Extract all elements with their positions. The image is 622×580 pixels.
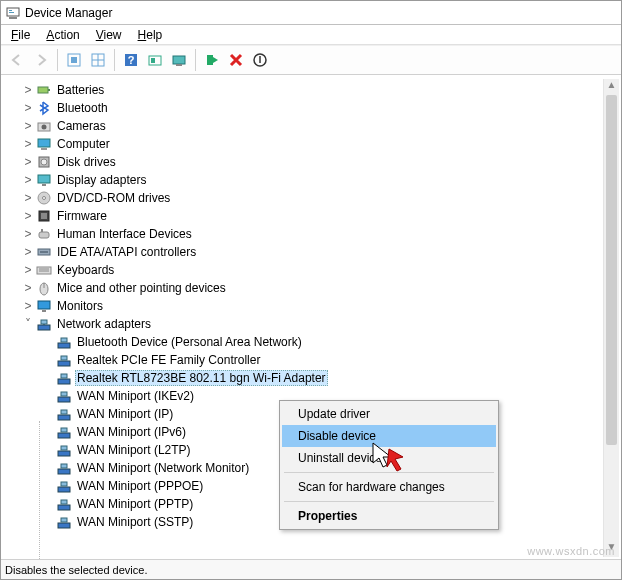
menu-file[interactable]: File: [3, 26, 38, 44]
svg-rect-49: [58, 379, 70, 384]
tree-category[interactable]: >Monitors: [21, 297, 621, 315]
menu-action[interactable]: Action: [38, 26, 87, 44]
expand-icon[interactable]: >: [21, 281, 35, 295]
expand-icon[interactable]: >: [21, 299, 35, 313]
view-devices-button[interactable]: [86, 48, 110, 72]
tree-device[interactable]: Realtek RTL8723BE 802.11 bgn Wi-Fi Adapt…: [41, 369, 621, 387]
category-label: Bluetooth: [55, 101, 110, 115]
network-adapter-icon: [55, 334, 73, 350]
expand-icon[interactable]: >: [21, 173, 35, 187]
keyboard-icon: [35, 262, 53, 278]
expand-icon[interactable]: >: [21, 263, 35, 277]
uninstall-device-button[interactable]: [224, 48, 248, 72]
window-title: Device Manager: [25, 6, 112, 20]
expand-icon[interactable]: >: [21, 209, 35, 223]
svg-rect-15: [207, 55, 213, 65]
tree-category[interactable]: >Display adapters: [21, 171, 621, 189]
svg-rect-30: [41, 213, 47, 219]
svg-rect-64: [61, 500, 67, 504]
expand-icon[interactable]: >: [21, 83, 35, 97]
svg-rect-3: [9, 12, 14, 13]
category-label: Firmware: [55, 209, 109, 223]
menu-help[interactable]: Help: [130, 26, 171, 44]
tree-category[interactable]: ˅Network adapters: [21, 315, 621, 333]
tree-category[interactable]: >IDE ATA/ATAPI controllers: [21, 243, 621, 261]
svg-rect-25: [38, 175, 50, 183]
tree-category[interactable]: >Computer: [21, 135, 621, 153]
toolbar-separator: [57, 49, 58, 71]
svg-rect-13: [173, 56, 185, 64]
svg-rect-65: [58, 523, 70, 528]
category-label: Human Interface Devices: [55, 227, 194, 241]
svg-rect-60: [61, 464, 67, 468]
tree-category[interactable]: >Mice and other pointing devices: [21, 279, 621, 297]
svg-rect-56: [61, 428, 67, 432]
forward-button[interactable]: [29, 48, 53, 72]
scroll-up-icon[interactable]: ▲: [604, 79, 619, 95]
device-label: Realtek PCIe FE Family Controller: [75, 353, 262, 367]
device-label: WAN Miniport (SSTP): [75, 515, 195, 529]
expand-icon[interactable]: >: [21, 191, 35, 205]
disable-device-button[interactable]: [248, 48, 272, 72]
category-label: Network adapters: [55, 317, 153, 331]
show-hidden-button[interactable]: [62, 48, 86, 72]
help-button[interactable]: ?: [119, 48, 143, 72]
svg-rect-22: [41, 148, 47, 150]
toolbar-separator: [114, 49, 115, 71]
category-label: Cameras: [55, 119, 108, 133]
expand-icon[interactable]: ˅: [21, 317, 35, 331]
vertical-scrollbar[interactable]: ▲ ▼: [603, 79, 619, 557]
tree-category[interactable]: >Disk drives: [21, 153, 621, 171]
category-label: Batteries: [55, 83, 106, 97]
scrollbar-thumb[interactable]: [606, 95, 617, 445]
category-label: Computer: [55, 137, 112, 151]
svg-rect-40: [38, 301, 50, 309]
device-label: WAN Miniport (Network Monitor): [75, 461, 251, 475]
svg-rect-42: [38, 325, 50, 330]
enable-device-button[interactable]: [200, 48, 224, 72]
svg-rect-58: [61, 446, 67, 450]
svg-rect-32: [41, 229, 43, 232]
tree-category[interactable]: >Keyboards: [21, 261, 621, 279]
tree-category[interactable]: >Firmware: [21, 207, 621, 225]
back-button[interactable]: [5, 48, 29, 72]
svg-rect-57: [58, 451, 70, 456]
tree-category[interactable]: >Batteries: [21, 81, 621, 99]
ctx-separator: [284, 472, 494, 473]
device-label: WAN Miniport (PPTP): [75, 497, 195, 511]
ctx-update-driver[interactable]: Update driver: [282, 403, 496, 425]
expand-icon[interactable]: >: [21, 101, 35, 115]
svg-rect-18: [48, 89, 50, 91]
tree-device[interactable]: Bluetooth Device (Personal Area Network): [41, 333, 621, 351]
ctx-uninstall-device[interactable]: Uninstall device: [282, 447, 496, 469]
ctx-scan-hardware[interactable]: Scan for hardware changes: [282, 476, 496, 498]
scan-hardware-button[interactable]: [143, 48, 167, 72]
category-label: Mice and other pointing devices: [55, 281, 228, 295]
expand-icon[interactable]: >: [21, 137, 35, 151]
expand-icon[interactable]: >: [21, 245, 35, 259]
ctx-properties[interactable]: Properties: [282, 505, 496, 527]
display-icon: [35, 172, 53, 188]
update-driver-button[interactable]: [167, 48, 191, 72]
expand-icon[interactable]: >: [21, 155, 35, 169]
network-adapter-icon: [55, 514, 73, 530]
svg-rect-59: [58, 469, 70, 474]
svg-rect-46: [61, 338, 67, 342]
watermark-text: www.wsxdn.com: [527, 545, 615, 557]
network-icon: [35, 316, 53, 332]
svg-rect-48: [61, 356, 67, 360]
tree-category[interactable]: >Bluetooth: [21, 99, 621, 117]
expand-icon[interactable]: >: [21, 227, 35, 241]
svg-rect-2: [9, 10, 12, 11]
tree-category[interactable]: >DVD/CD-ROM drives: [21, 189, 621, 207]
tree-category[interactable]: >Cameras: [21, 117, 621, 135]
tree-category[interactable]: >Human Interface Devices: [21, 225, 621, 243]
mouse-icon: [35, 280, 53, 296]
computer-icon: [35, 136, 53, 152]
tree-device[interactable]: Realtek PCIe FE Family Controller: [41, 351, 621, 369]
svg-rect-14: [176, 64, 182, 66]
menu-view[interactable]: View: [88, 26, 130, 44]
ctx-disable-device[interactable]: Disable device: [282, 425, 496, 447]
svg-rect-51: [58, 397, 70, 402]
expand-icon[interactable]: >: [21, 119, 35, 133]
